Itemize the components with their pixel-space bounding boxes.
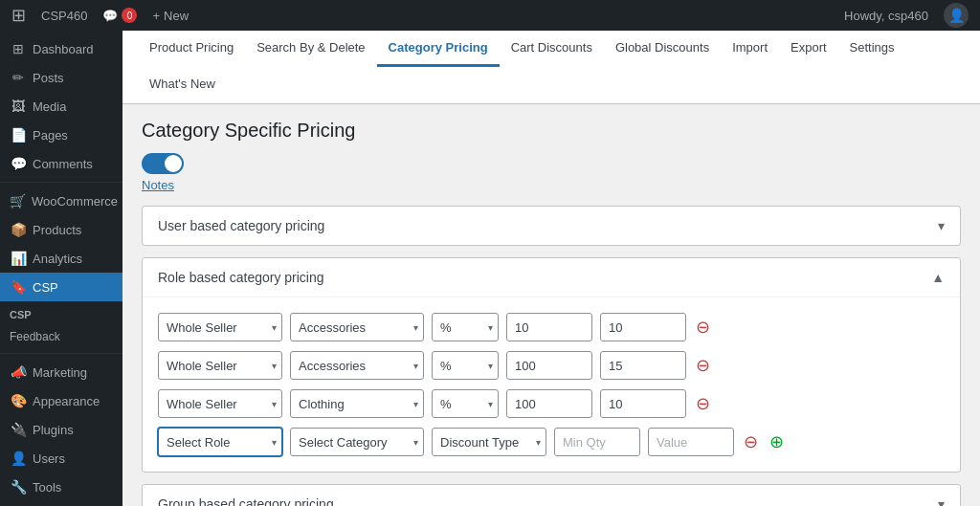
sidebar-item-posts[interactable]: ✏ Posts <box>0 63 122 92</box>
analytics-icon: 📊 <box>10 251 27 266</box>
sidebar-item-plugins[interactable]: 🔌 Plugins <box>0 415 122 444</box>
min-qty-3[interactable] <box>506 389 592 418</box>
tab-cart-discounts[interactable]: Cart Discounts <box>500 31 604 67</box>
tab-whats-new[interactable]: What's New <box>138 67 227 103</box>
role-select-3[interactable]: Whole Seller Retailer Customer <box>158 389 282 418</box>
user-based-section: User based category pricing ▾ <box>142 206 961 246</box>
role-based-body: Whole Seller Retailer Customer ▾ Accesso… <box>143 297 960 472</box>
comment-icon: 💬 <box>102 9 118 23</box>
appearance-icon: 🎨 <box>10 393 27 408</box>
sidebar-label-plugins: Plugins <box>33 423 74 437</box>
remove-row-3-button[interactable]: ⊖ <box>694 395 712 412</box>
media-icon: 🖼 <box>10 99 27 114</box>
plugins-icon: 🔌 <box>10 422 27 437</box>
sidebar-feedback[interactable]: Feedback <box>0 324 122 349</box>
group-based-chevron: ▾ <box>938 496 945 506</box>
sidebar-item-settings[interactable]: ⚙ Settings <box>0 501 122 506</box>
role-select-2[interactable]: Whole Seller Retailer Customer <box>158 351 282 380</box>
value-2[interactable] <box>600 351 686 380</box>
sidebar-label-tools: Tools <box>33 480 61 495</box>
pricing-row-1: Whole Seller Retailer Customer ▾ Accesso… <box>158 313 945 341</box>
sidebar-item-marketing[interactable]: 📣 Marketing <box>0 358 122 386</box>
sidebar-label-products: Products <box>33 223 81 237</box>
category-select-1[interactable]: Accessories Clothing Electronics <box>290 313 424 341</box>
role-select-1[interactable]: Whole Seller Retailer Customer <box>158 313 282 341</box>
sidebar-item-csp[interactable]: 🔖 CSP <box>0 273 122 301</box>
role-based-section: Role based category pricing ▲ Whole Sell… <box>142 257 961 473</box>
category-select-2[interactable]: Accessories Clothing Electronics <box>290 351 424 380</box>
remove-row-1-button[interactable]: ⊖ <box>694 319 712 336</box>
notifications[interactable]: 💬 0 <box>102 8 137 23</box>
sidebar-item-analytics[interactable]: 📊 Analytics <box>0 244 122 273</box>
sidebar-label-media: Media <box>33 99 66 114</box>
pricing-row-3: Whole Seller Retailer Customer ▾ Accesso… <box>158 389 945 418</box>
new-category-select[interactable]: Select Category Accessories Clothing Ele… <box>290 428 424 456</box>
site-name[interactable]: CSP460 <box>41 9 87 23</box>
group-based-header[interactable]: Group based category pricing ▾ <box>143 485 960 506</box>
value-1[interactable] <box>600 313 686 341</box>
sidebar-item-woocommerce[interactable]: 🛒 WooCommerce <box>0 187 122 215</box>
min-qty-1[interactable] <box>506 313 592 341</box>
user-based-chevron: ▾ <box>938 218 945 233</box>
sidebar-item-appearance[interactable]: 🎨 Appearance <box>0 386 122 415</box>
new-role-select[interactable]: Select Role Whole Seller Retailer Custom… <box>158 428 282 456</box>
tab-search-by-delete[interactable]: Search By & Delete <box>245 31 376 67</box>
sidebar-item-pages[interactable]: 📄 Pages <box>0 121 122 149</box>
value-3[interactable] <box>600 389 686 418</box>
sidebar-label-dashboard: Dashboard <box>33 42 94 56</box>
dashboard-icon: ⊞ <box>10 41 27 56</box>
sidebar-item-tools[interactable]: 🔧 Tools <box>0 473 122 501</box>
user-avatar-icon: 👤 <box>944 3 969 28</box>
discount-select-3[interactable]: % Fixed <box>432 389 499 418</box>
notif-badge: 0 <box>122 8 137 23</box>
add-row-button[interactable]: ⊕ <box>768 433 786 451</box>
tools-icon: 🔧 <box>10 479 27 495</box>
notes-link[interactable]: Notes <box>142 178 174 192</box>
group-based-label: Group based category pricing <box>158 496 334 506</box>
role-based-label: Role based category pricing <box>158 270 324 285</box>
sidebar-item-dashboard[interactable]: ⊞ Dashboard <box>0 34 122 63</box>
posts-icon: ✏ <box>10 70 27 85</box>
remove-row-2-button[interactable]: ⊖ <box>694 357 712 374</box>
category-select-3[interactable]: Accessories Clothing Electronics <box>290 389 424 418</box>
min-qty-2[interactable] <box>506 351 592 380</box>
sidebar-label-comments: Comments <box>33 157 93 171</box>
enable-toggle[interactable] <box>142 153 184 174</box>
sidebar-item-comments[interactable]: 💬 Comments <box>0 149 122 178</box>
pricing-row-2: Whole Seller Retailer Customer ▾ Accesso… <box>158 351 945 380</box>
tab-export[interactable]: Export <box>779 31 838 67</box>
tab-import[interactable]: Import <box>721 31 779 67</box>
plus-icon: + <box>152 9 160 23</box>
sidebar-label-appearance: Appearance <box>33 394 100 408</box>
user-based-header[interactable]: User based category pricing ▾ <box>143 207 960 245</box>
sidebar-label-csp: CSP <box>33 280 58 295</box>
sidebar-label-pages: Pages <box>33 128 68 143</box>
toggle-knob <box>165 155 182 172</box>
admin-bar: ⊞ CSP460 💬 0 + New Howdy, csp460 👤 <box>0 0 980 31</box>
tab-product-pricing[interactable]: Product Pricing <box>138 31 245 67</box>
group-based-section: Group based category pricing ▾ <box>142 484 961 506</box>
discount-select-1[interactable]: % Fixed <box>432 313 499 341</box>
sidebar-item-products[interactable]: 📦 Products <box>0 215 122 244</box>
new-min-qty[interactable] <box>554 428 640 456</box>
new-value[interactable] <box>648 428 734 456</box>
sidebar-label-woocommerce: WooCommerce <box>32 194 118 209</box>
wp-logo-icon: ⊞ <box>11 5 26 26</box>
remove-new-row-button[interactable]: ⊖ <box>742 433 760 451</box>
sidebar-item-media[interactable]: 🖼 Media <box>0 92 122 121</box>
marketing-icon: 📣 <box>10 364 27 380</box>
csp-icon: 🔖 <box>10 279 27 295</box>
new-discount-select[interactable]: Discount Type % Fixed <box>432 428 546 456</box>
sidebar-item-users[interactable]: 👤 Users <box>0 444 122 473</box>
woocommerce-icon: 🛒 <box>10 193 26 209</box>
tab-global-discounts[interactable]: Global Discounts <box>604 31 721 67</box>
new-item[interactable]: + New <box>152 9 189 23</box>
tab-category-pricing[interactable]: Category Pricing <box>377 31 500 67</box>
discount-select-2[interactable]: % Fixed <box>432 351 499 380</box>
tabs-bar: Product Pricing Search By & Delete Categ… <box>122 31 980 104</box>
tab-settings[interactable]: Settings <box>838 31 906 67</box>
page-title: Category Specific Pricing <box>142 120 961 142</box>
sidebar-label-marketing: Marketing <box>33 365 87 380</box>
new-pricing-row: Select Role Whole Seller Retailer Custom… <box>158 428 945 456</box>
role-based-header[interactable]: Role based category pricing ▲ <box>143 258 960 297</box>
